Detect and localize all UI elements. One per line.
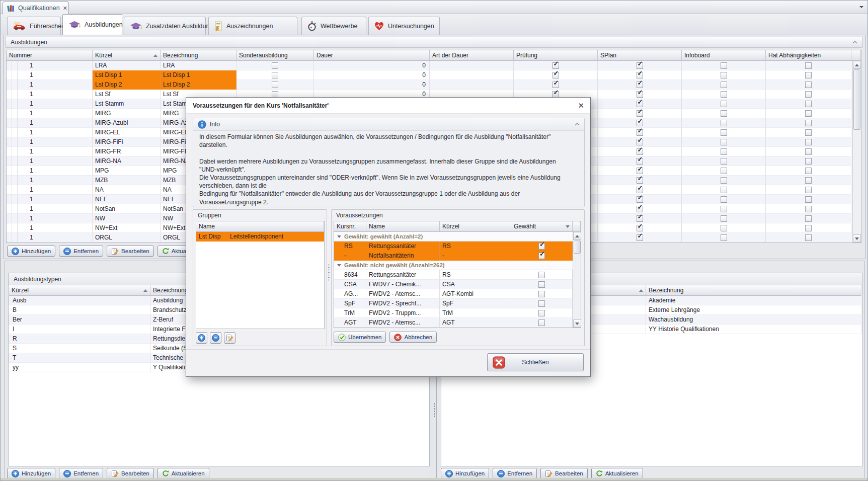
column-header-prüfung[interactable]: Prüfung [514, 50, 598, 61]
table-row-fwdv2-truppm[interactable]: TrMFWDV2 - Truppm...TrM [334, 308, 573, 318]
checkbox[interactable] [805, 101, 812, 107]
checkbox[interactable] [637, 110, 643, 117]
button-entfernen[interactable]: Entfernen [59, 246, 103, 257]
checkbox[interactable] [553, 82, 559, 88]
column-header-kürzel[interactable]: Kürzel [440, 221, 511, 232]
dialog-close-icon[interactable]: ✕ [578, 101, 584, 110]
checkbox[interactable] [538, 243, 545, 250]
group-row-lst-disp[interactable]: Lst DispLeitstellendisponent [196, 232, 324, 242]
checkbox[interactable] [721, 187, 727, 193]
button-abbrechen[interactable]: Abbrechen [389, 332, 437, 343]
checkbox[interactable] [721, 129, 727, 136]
toolbar-button-minus-icon[interactable] [210, 332, 221, 344]
ribbon-tab-auszeichnungen[interactable]: Auszeichnungen [208, 17, 297, 35]
checkbox[interactable] [805, 120, 812, 126]
checkbox[interactable] [637, 206, 643, 212]
checkbox[interactable] [637, 120, 643, 126]
checkbox[interactable] [637, 129, 643, 136]
checkbox[interactable] [805, 234, 812, 241]
checkbox[interactable] [538, 310, 545, 316]
group-header-row[interactable]: Gewählt: nicht gewählt (Anzahl=262) [334, 261, 573, 270]
table-row-fwdv7-chemik[interactable]: CSAFWDV7 - Chemik...CSA [334, 280, 573, 289]
checkbox[interactable] [805, 215, 812, 222]
checkbox[interactable] [805, 129, 812, 136]
checkbox[interactable] [721, 82, 727, 88]
ribbon-tab-wettbewerbe[interactable]: Wettbewerbe [301, 17, 366, 35]
column-header-kürzel[interactable]: Kürzel [93, 50, 161, 61]
table-row-notfallsanitäterin[interactable]: -Notfallsanitäterin- [334, 251, 573, 261]
button-entfernen[interactable]: Entfernen [493, 468, 537, 479]
table-row-rettungssanitäter[interactable]: 8634RettungssanitäterRS [334, 270, 573, 280]
column-header-sonderausbildung[interactable]: Sonderausbildung [236, 50, 314, 61]
checkbox[interactable] [538, 319, 545, 326]
scroll-down-button[interactable] [573, 319, 581, 328]
filter-dropdown-icon[interactable] [566, 225, 570, 230]
button-bearbeiten[interactable]: Bearbeiten [107, 246, 154, 257]
scroll-up-button[interactable] [573, 232, 581, 240]
checkbox[interactable] [538, 272, 545, 278]
checkbox[interactable] [805, 196, 812, 203]
button-aktualisieren[interactable]: Aktualisieren [591, 468, 643, 479]
table-row-fwdv2-atemsc[interactable]: AG...FWDV2 - Atemsc...AGT-Kombi [334, 289, 573, 299]
column-header-art-der-dauer[interactable]: Art der Dauer [430, 50, 514, 61]
info-box-header[interactable]: Info [193, 118, 584, 131]
scroll-thumb[interactable] [853, 69, 860, 130]
ribbon-tab-führerschein[interactable]: Führerschein [7, 17, 61, 35]
checkbox[interactable] [805, 225, 812, 231]
button-hinzufügen[interactable]: Hinzufügen [441, 468, 489, 479]
ribbon-tab-untersuchungen[interactable]: Untersuchungen [368, 17, 440, 35]
checkbox[interactable] [805, 82, 812, 88]
column-header-dauer[interactable]: Dauer [314, 50, 430, 61]
column-header-infoboard[interactable]: Infoboard [682, 50, 766, 61]
checkbox[interactable] [637, 72, 643, 78]
document-tab-qualifikationen[interactable]: Qualifikationen ✕ [3, 2, 69, 14]
checkbox[interactable] [637, 225, 643, 231]
column-header-bezeichnung[interactable]: Bezeichnung [161, 50, 236, 61]
button-bearbeiten[interactable]: Bearbeiten [107, 468, 154, 479]
checkbox[interactable] [721, 234, 727, 241]
checkbox[interactable] [637, 177, 643, 184]
checkbox[interactable] [721, 110, 727, 117]
checkbox[interactable] [553, 91, 559, 98]
checkbox[interactable] [637, 158, 643, 165]
table-row-lra[interactable]: 1LRALRA0 [7, 61, 851, 70]
close-icon[interactable]: ✕ [63, 5, 67, 12]
checkbox[interactable] [637, 91, 643, 98]
checkbox[interactable] [721, 158, 727, 165]
ribbon-tab-zusatzdaten-ausbildung[interactable]: Zusatzdaten Ausbildung [124, 17, 206, 35]
schliessen-button[interactable]: Schließen [487, 353, 584, 371]
checkbox[interactable] [721, 168, 727, 174]
group-expander-icon[interactable] [337, 264, 341, 269]
column-header-kursnr[interactable]: Kursnr. [334, 221, 366, 232]
checkbox[interactable] [721, 72, 727, 78]
chevron-up-icon[interactable] [852, 41, 857, 44]
checkbox[interactable] [805, 148, 812, 155]
checkbox[interactable] [721, 91, 727, 98]
column-header-name[interactable]: Name [366, 221, 440, 232]
column-header-name[interactable]: Name [196, 221, 324, 232]
checkbox[interactable] [805, 187, 812, 193]
ribbon-tab-ausbildungen[interactable]: Ausbildungen [62, 14, 122, 35]
grid-scrollbar[interactable] [852, 61, 861, 243]
checkbox[interactable] [637, 234, 643, 241]
chevron-down-icon[interactable] [859, 6, 863, 10]
group-expander-icon[interactable] [337, 235, 341, 240]
scroll-down-button[interactable] [853, 234, 861, 243]
column-header-nummer[interactable]: Nummer [7, 50, 93, 61]
checkbox[interactable] [721, 215, 727, 222]
checkbox[interactable] [637, 139, 643, 145]
checkbox[interactable] [805, 177, 812, 184]
table-row-fwdv2-sprechf[interactable]: SpFFWDV2 - Sprechf...SpF [334, 299, 573, 308]
checkbox[interactable] [721, 120, 727, 126]
checkbox[interactable] [637, 82, 643, 88]
checkbox[interactable] [721, 62, 727, 69]
button-aktualisieren[interactable]: Aktualisieren [157, 468, 209, 479]
checkbox[interactable] [538, 300, 545, 307]
checkbox[interactable] [637, 148, 643, 155]
chevron-up-icon[interactable] [575, 123, 580, 126]
box-splitter-grip[interactable] [328, 264, 330, 281]
toolbar-button-edit-icon[interactable] [224, 332, 235, 344]
column-header-kürzel[interactable]: Kürzel [9, 285, 150, 296]
column-header-gewählt[interactable]: Gewählt [511, 221, 573, 232]
table-row-lst-disp-2[interactable]: 1Lst Disp 2Lst Disp 20 [7, 80, 851, 90]
